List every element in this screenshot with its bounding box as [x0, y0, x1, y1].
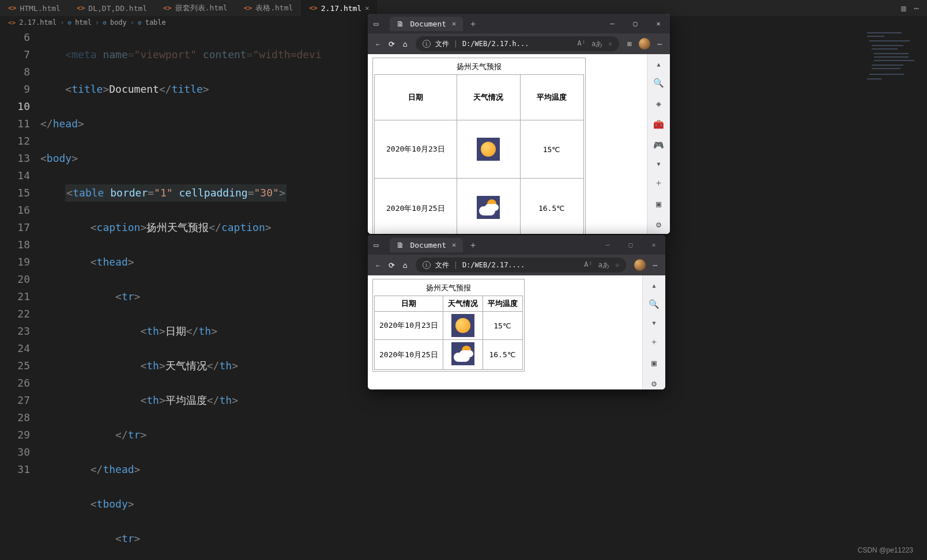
- toolbox-icon[interactable]: 🧰: [653, 119, 664, 130]
- new-tab-button[interactable]: ＋: [469, 18, 477, 29]
- watermark: CSDN @pe11223: [858, 546, 913, 554]
- tab-nested-list[interactable]: <>嵌套列表.html: [155, 0, 236, 16]
- html-file-icon: <>: [309, 4, 317, 12]
- table-row: 2020年10月25日 16.5℃: [375, 179, 584, 234]
- add-icon[interactable]: ＋: [654, 177, 663, 188]
- breadcrumb-item[interactable]: 2.17.html: [19, 18, 56, 27]
- address-bar[interactable]: i 文件 | D:/WEB/2.17.h... A⁾ aあ ☆: [416, 36, 620, 51]
- back-button[interactable]: ←: [376, 261, 380, 270]
- page-content: 扬州天气预报 日期 天气情况 平均温度 2020年10月23日 15℃ 2020…: [368, 275, 642, 389]
- close-icon[interactable]: ✕: [452, 241, 456, 249]
- minimize-button[interactable]: ―: [596, 235, 619, 255]
- favorite-icon[interactable]: ☆: [608, 39, 612, 49]
- cell-date: 2020年10月25日: [375, 340, 443, 370]
- refresh-button[interactable]: ⟳: [389, 40, 395, 48]
- tab-actions-icon[interactable]: ▭: [374, 240, 378, 249]
- cell-temp: 15℃: [520, 120, 583, 179]
- profile-avatar[interactable]: [639, 38, 650, 50]
- url-scheme: 文件: [435, 39, 449, 49]
- add-icon[interactable]: ＋: [650, 336, 658, 347]
- sidebar-top-chevron-icon[interactable]: ▲: [657, 61, 660, 67]
- breadcrumb-item[interactable]: table: [145, 18, 166, 27]
- search-icon[interactable]: 🔍: [653, 78, 664, 88]
- tab-label: 嵌套列表.html: [175, 3, 228, 13]
- games-icon[interactable]: 🎮: [653, 140, 664, 150]
- maximize-button[interactable]: ▢: [624, 14, 647, 33]
- line-number-gutter: 6789101112131415161718192021222324252627…: [0, 29, 40, 560]
- tab-table[interactable]: <>表格.html: [236, 0, 302, 16]
- edge-sidebar: ▲ 🔍 ▼ ＋ ▣ ⚙: [642, 275, 665, 389]
- more-icon[interactable]: ⋯: [914, 3, 919, 13]
- browser-tab-title: Document: [410, 241, 446, 249]
- minimize-button[interactable]: ―: [601, 14, 624, 33]
- tab-2-17[interactable]: <>2.17.html✕: [301, 0, 377, 16]
- html-file-icon: <>: [244, 4, 252, 12]
- close-icon[interactable]: ✕: [452, 20, 456, 28]
- cloudy-icon: [477, 196, 500, 219]
- breadcrumb-item[interactable]: html: [75, 18, 92, 27]
- sidebar-chevron-icon[interactable]: ▼: [652, 320, 655, 326]
- menu-icon[interactable]: ⋯: [657, 40, 662, 48]
- settings-icon[interactable]: ⚙: [651, 379, 657, 389]
- browser-tab[interactable]: 🗎 Document ✕: [390, 17, 463, 31]
- home-button[interactable]: ⌂: [403, 261, 408, 270]
- html-file-icon: <>: [163, 4, 171, 12]
- chevron-right-icon: ›: [60, 18, 64, 27]
- browser-window-2: ▭ 🗎 Document ✕ ＋ ― ▢ ✕ ← ⟳ ⌂ i 文件 | D:/W…: [368, 235, 665, 389]
- sidebar-chevron-icon[interactable]: ▼: [657, 161, 660, 167]
- sun-icon: [451, 314, 474, 337]
- cloudy-icon: [451, 342, 474, 365]
- table-row: 2020年10月23日 15℃: [375, 120, 584, 179]
- close-icon[interactable]: ✕: [365, 4, 369, 12]
- address-bar-row: ← ⟳ ⌂ i 文件 | D:/WEB/2.17.... A⁾ aあ ☆ ⋯: [368, 255, 665, 275]
- home-button[interactable]: ⌂: [403, 40, 408, 48]
- address-bar[interactable]: i 文件 | D:/WEB/2.17.... A⁾ aあ ☆: [416, 258, 627, 273]
- search-icon[interactable]: 🔍: [649, 299, 660, 309]
- extensions-icon[interactable]: ⊞: [627, 40, 632, 48]
- tab-label: DL,DT,DD.html: [88, 4, 147, 13]
- cell-date: 2020年10月23日: [375, 312, 443, 340]
- info-icon[interactable]: i: [423, 261, 431, 269]
- favorite-icon[interactable]: ☆: [615, 260, 619, 270]
- tab-dl-dt-dd[interactable]: <>DL,DT,DD.html: [69, 0, 155, 16]
- translate-icon[interactable]: aあ: [591, 39, 602, 49]
- col-date: 日期: [375, 75, 457, 120]
- chevron-right-icon: ›: [95, 18, 99, 27]
- browser-tab[interactable]: 🗎 Document ✕: [390, 238, 463, 252]
- profile-avatar[interactable]: [634, 259, 646, 271]
- col-temp: 平均温度: [520, 75, 583, 120]
- url-text: D:/WEB/2.17....: [462, 261, 525, 269]
- info-icon[interactable]: i: [423, 40, 431, 48]
- back-button[interactable]: ←: [376, 40, 380, 48]
- refresh-button[interactable]: ⟳: [389, 261, 395, 270]
- tab-html-html[interactable]: <>HTML.html: [0, 0, 69, 16]
- split-editor-icon[interactable]: ▥: [901, 3, 906, 13]
- translate-icon[interactable]: aあ: [598, 260, 609, 270]
- tag-icon: ⊘: [68, 19, 72, 27]
- col-temp: 平均温度: [483, 296, 522, 312]
- tag-icon[interactable]: ◈: [656, 99, 661, 109]
- panel-icon[interactable]: ▣: [656, 199, 661, 209]
- titlebar[interactable]: ▭ 🗎 Document ✕ ＋ ― ▢ ✕: [368, 14, 670, 33]
- new-tab-button[interactable]: ＋: [469, 240, 477, 251]
- maximize-button[interactable]: ▢: [619, 235, 642, 255]
- col-date: 日期: [375, 296, 443, 312]
- sun-icon: [477, 138, 500, 161]
- read-aloud-icon[interactable]: A⁾: [584, 260, 592, 270]
- html-file-icon: <>: [77, 4, 85, 12]
- panel-icon[interactable]: ▣: [651, 358, 657, 368]
- tag-icon: ⊘: [138, 19, 142, 27]
- close-window-button[interactable]: ✕: [647, 14, 670, 33]
- tab-actions-icon[interactable]: ▭: [374, 19, 378, 28]
- minimap[interactable]: [864, 29, 927, 109]
- titlebar[interactable]: ▭ 🗎 Document ✕ ＋ ― ▢ ✕: [368, 235, 665, 255]
- cell-date: 2020年10月25日: [375, 179, 457, 234]
- menu-icon[interactable]: ⋯: [653, 261, 657, 270]
- col-weather: 天气情况: [443, 296, 483, 312]
- sidebar-top-chevron-icon[interactable]: ▲: [652, 282, 655, 289]
- breadcrumb-item[interactable]: body: [110, 18, 127, 27]
- settings-icon[interactable]: ⚙: [656, 220, 661, 230]
- close-window-button[interactable]: ✕: [642, 235, 665, 255]
- read-aloud-icon[interactable]: A⁾: [577, 39, 585, 49]
- page-content: 扬州天气预报 日期 天气情况 平均温度 2020年10月23日 15℃ 2020…: [368, 54, 647, 234]
